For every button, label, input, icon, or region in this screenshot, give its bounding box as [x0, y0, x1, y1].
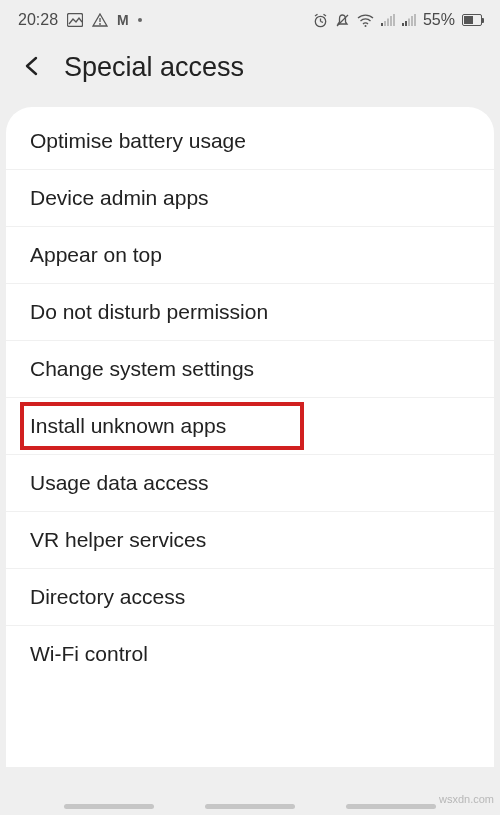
item-device-admin-apps[interactable]: Device admin apps	[6, 170, 494, 227]
svg-rect-11	[381, 23, 383, 26]
svg-rect-17	[405, 21, 407, 26]
signal-icon	[381, 14, 395, 26]
item-optimise-battery-usage[interactable]: Optimise battery usage	[6, 113, 494, 170]
svg-point-3	[99, 23, 101, 25]
battery-pct: 55%	[423, 11, 455, 29]
mute-icon	[335, 13, 350, 28]
item-label: Usage data access	[30, 471, 209, 494]
item-install-unknown-apps[interactable]: Install unknown apps	[6, 398, 494, 455]
item-label: Device admin apps	[30, 186, 209, 209]
item-label: Directory access	[30, 585, 185, 608]
svg-rect-20	[414, 14, 416, 26]
page-title: Special access	[64, 52, 244, 83]
item-appear-on-top[interactable]: Appear on top	[6, 227, 494, 284]
nav-back-button[interactable]	[346, 804, 436, 809]
svg-point-10	[364, 25, 366, 27]
item-label: Do not disturb permission	[30, 300, 268, 323]
page-header: Special access	[0, 36, 500, 107]
item-label: Change system settings	[30, 357, 254, 380]
item-do-not-disturb-permission[interactable]: Do not disturb permission	[6, 284, 494, 341]
status-bar: 20:28 M 55	[0, 0, 500, 36]
svg-line-6	[320, 21, 323, 22]
settings-card: Optimise battery usage Device admin apps…	[6, 107, 494, 767]
svg-rect-18	[408, 19, 410, 27]
item-change-system-settings[interactable]: Change system settings	[6, 341, 494, 398]
item-vr-helper-services[interactable]: VR helper services	[6, 512, 494, 569]
back-button[interactable]	[22, 55, 42, 81]
svg-rect-14	[390, 16, 392, 26]
alarm-icon	[313, 13, 328, 28]
svg-rect-19	[411, 16, 413, 26]
item-label: Optimise battery usage	[30, 129, 246, 152]
item-directory-access[interactable]: Directory access	[6, 569, 494, 626]
item-label: VR helper services	[30, 528, 206, 551]
status-time: 20:28	[18, 11, 58, 29]
image-icon	[67, 13, 83, 27]
more-dot-icon	[138, 18, 142, 22]
mail-icon: M	[117, 12, 129, 28]
battery-icon	[462, 14, 482, 26]
item-label: Wi-Fi control	[30, 642, 148, 665]
item-wifi-control[interactable]: Wi-Fi control	[6, 626, 494, 682]
nav-home-button[interactable]	[205, 804, 295, 809]
svg-line-8	[323, 14, 326, 16]
item-label: Appear on top	[30, 243, 162, 266]
svg-rect-16	[402, 23, 404, 26]
item-label: Install unknown apps	[30, 414, 226, 437]
warning-icon	[92, 13, 108, 27]
svg-line-7	[315, 14, 318, 16]
wifi-icon	[357, 14, 374, 27]
svg-rect-15	[393, 14, 395, 26]
watermark: wsxdn.com	[439, 793, 494, 805]
nav-recents-button[interactable]	[64, 804, 154, 809]
item-usage-data-access[interactable]: Usage data access	[6, 455, 494, 512]
navigation-bar	[0, 804, 500, 809]
svg-rect-12	[384, 21, 386, 26]
svg-rect-13	[387, 19, 389, 27]
signal2-icon	[402, 14, 416, 26]
